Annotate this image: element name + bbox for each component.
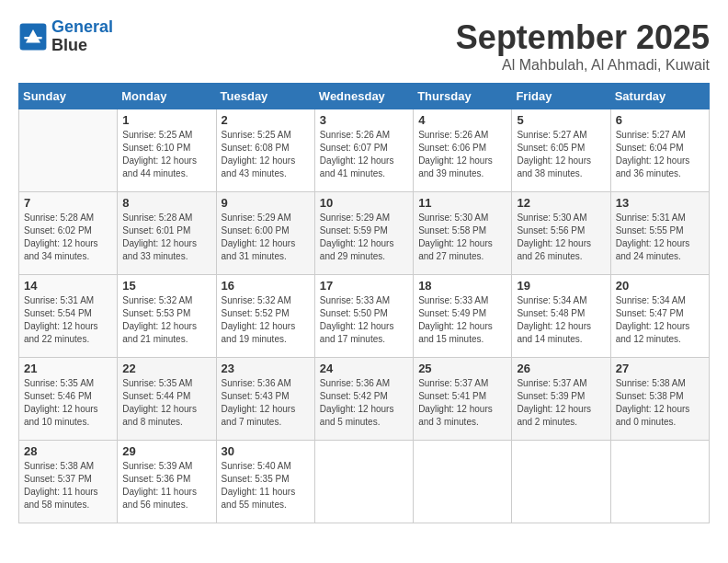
day-info: Sunrise: 5:38 AMSunset: 5:38 PMDaylight:… <box>616 377 704 429</box>
calendar-cell: 22Sunrise: 5:35 AMSunset: 5:44 PMDayligh… <box>118 358 216 441</box>
calendar-cell: 30Sunrise: 5:40 AMSunset: 5:35 PMDayligh… <box>216 441 314 523</box>
calendar-week-row: 14Sunrise: 5:31 AMSunset: 5:54 PMDayligh… <box>19 275 710 358</box>
calendar-cell: 7Sunrise: 5:28 AMSunset: 6:02 PMDaylight… <box>19 192 118 275</box>
day-info: Sunrise: 5:29 AMSunset: 5:59 PMDaylight:… <box>320 212 408 263</box>
logo-line2: Blue <box>51 37 113 55</box>
day-number: 9 <box>222 196 310 210</box>
day-info: Sunrise: 5:26 AMSunset: 6:06 PMDaylight:… <box>418 129 506 180</box>
calendar-cell: 6Sunrise: 5:27 AMSunset: 6:04 PMDaylight… <box>610 109 709 192</box>
day-number: 25 <box>418 362 506 375</box>
calendar-week-row: 21Sunrise: 5:35 AMSunset: 5:46 PMDayligh… <box>19 358 710 441</box>
day-number: 15 <box>122 279 210 293</box>
day-number: 6 <box>616 113 704 127</box>
calendar-cell: 9Sunrise: 5:29 AMSunset: 6:00 PMDaylight… <box>216 192 314 275</box>
calendar-cell: 24Sunrise: 5:36 AMSunset: 5:42 PMDayligh… <box>314 358 413 441</box>
day-info: Sunrise: 5:36 AMSunset: 5:42 PMDaylight:… <box>320 377 408 429</box>
day-number: 5 <box>517 113 605 127</box>
day-info: Sunrise: 5:29 AMSunset: 6:00 PMDaylight:… <box>222 212 310 263</box>
weekday-header: Tuesday <box>216 84 314 109</box>
day-info: Sunrise: 5:27 AMSunset: 6:05 PMDaylight:… <box>517 129 605 180</box>
page-header: General Blue September 2025 Al Mahbulah,… <box>18 18 710 74</box>
calendar-cell <box>610 441 709 523</box>
day-number: 20 <box>616 279 704 293</box>
day-info: Sunrise: 5:32 AMSunset: 5:52 PMDaylight:… <box>222 294 310 346</box>
calendar-cell: 14Sunrise: 5:31 AMSunset: 5:54 PMDayligh… <box>19 275 118 358</box>
day-number: 8 <box>122 196 210 210</box>
day-number: 13 <box>616 196 704 210</box>
calendar-cell <box>512 441 610 523</box>
calendar-table: SundayMondayTuesdayWednesdayThursdayFrid… <box>18 83 710 523</box>
day-number: 18 <box>418 279 506 293</box>
calendar-cell: 4Sunrise: 5:26 AMSunset: 6:06 PMDaylight… <box>414 109 512 192</box>
day-number: 2 <box>222 113 310 127</box>
calendar-cell: 17Sunrise: 5:33 AMSunset: 5:50 PMDayligh… <box>314 275 413 358</box>
day-number: 17 <box>320 279 408 293</box>
day-info: Sunrise: 5:26 AMSunset: 6:07 PMDaylight:… <box>320 129 408 180</box>
calendar-cell: 3Sunrise: 5:26 AMSunset: 6:07 PMDaylight… <box>314 109 413 192</box>
logo-line1: General <box>51 17 113 36</box>
calendar-cell: 27Sunrise: 5:38 AMSunset: 5:38 PMDayligh… <box>610 358 709 441</box>
day-number: 10 <box>320 196 408 210</box>
day-info: Sunrise: 5:34 AMSunset: 5:48 PMDaylight:… <box>517 294 605 346</box>
calendar-cell: 21Sunrise: 5:35 AMSunset: 5:46 PMDayligh… <box>19 358 118 441</box>
day-info: Sunrise: 5:37 AMSunset: 5:39 PMDaylight:… <box>517 377 605 429</box>
calendar-cell: 12Sunrise: 5:30 AMSunset: 5:56 PMDayligh… <box>512 192 610 275</box>
day-info: Sunrise: 5:28 AMSunset: 6:01 PMDaylight:… <box>122 212 210 263</box>
month-title: September 2025 <box>456 18 710 57</box>
day-number: 26 <box>517 362 605 375</box>
weekday-header: Thursday <box>414 84 512 109</box>
logo-text: General Blue <box>51 18 113 55</box>
day-info: Sunrise: 5:27 AMSunset: 6:04 PMDaylight:… <box>616 129 704 180</box>
day-info: Sunrise: 5:33 AMSunset: 5:49 PMDaylight:… <box>418 294 506 346</box>
weekday-header-row: SundayMondayTuesdayWednesdayThursdayFrid… <box>19 84 710 109</box>
day-number: 1 <box>122 113 210 127</box>
day-info: Sunrise: 5:33 AMSunset: 5:50 PMDaylight:… <box>320 294 408 346</box>
day-number: 14 <box>24 279 112 293</box>
day-number: 7 <box>24 196 112 210</box>
day-number: 22 <box>122 362 210 375</box>
calendar-cell: 16Sunrise: 5:32 AMSunset: 5:52 PMDayligh… <box>216 275 314 358</box>
calendar-cell: 1Sunrise: 5:25 AMSunset: 6:10 PMDaylight… <box>118 109 216 192</box>
calendar-cell: 10Sunrise: 5:29 AMSunset: 5:59 PMDayligh… <box>314 192 413 275</box>
day-number: 3 <box>320 113 408 127</box>
calendar-week-row: 7Sunrise: 5:28 AMSunset: 6:02 PMDaylight… <box>19 192 710 275</box>
day-info: Sunrise: 5:35 AMSunset: 5:46 PMDaylight:… <box>24 377 112 429</box>
day-number: 16 <box>222 279 310 293</box>
day-info: Sunrise: 5:30 AMSunset: 5:56 PMDaylight:… <box>517 212 605 263</box>
calendar-cell: 8Sunrise: 5:28 AMSunset: 6:01 PMDaylight… <box>118 192 216 275</box>
day-number: 30 <box>222 444 310 458</box>
day-info: Sunrise: 5:28 AMSunset: 6:02 PMDaylight:… <box>24 212 112 263</box>
calendar-cell <box>19 109 118 192</box>
calendar-cell: 18Sunrise: 5:33 AMSunset: 5:49 PMDayligh… <box>414 275 512 358</box>
day-number: 24 <box>320 362 408 375</box>
day-info: Sunrise: 5:37 AMSunset: 5:41 PMDaylight:… <box>418 377 506 429</box>
weekday-header: Sunday <box>19 84 118 109</box>
svg-rect-2 <box>24 37 41 39</box>
day-info: Sunrise: 5:40 AMSunset: 5:35 PMDaylight:… <box>222 460 310 511</box>
day-number: 12 <box>517 196 605 210</box>
calendar-cell: 5Sunrise: 5:27 AMSunset: 6:05 PMDaylight… <box>512 109 610 192</box>
day-number: 21 <box>24 362 112 375</box>
calendar-cell: 29Sunrise: 5:39 AMSunset: 5:36 PMDayligh… <box>118 441 216 523</box>
day-info: Sunrise: 5:32 AMSunset: 5:53 PMDaylight:… <box>122 294 210 346</box>
logo-icon <box>18 22 48 52</box>
day-info: Sunrise: 5:39 AMSunset: 5:36 PMDaylight:… <box>122 460 210 511</box>
calendar-cell: 23Sunrise: 5:36 AMSunset: 5:43 PMDayligh… <box>216 358 314 441</box>
day-info: Sunrise: 5:25 AMSunset: 6:10 PMDaylight:… <box>122 129 210 180</box>
calendar-cell: 15Sunrise: 5:32 AMSunset: 5:53 PMDayligh… <box>118 275 216 358</box>
title-area: September 2025 Al Mahbulah, Al Ahmadi, K… <box>456 18 710 74</box>
day-info: Sunrise: 5:25 AMSunset: 6:08 PMDaylight:… <box>222 129 310 180</box>
calendar-cell: 11Sunrise: 5:30 AMSunset: 5:58 PMDayligh… <box>414 192 512 275</box>
calendar-cell: 25Sunrise: 5:37 AMSunset: 5:41 PMDayligh… <box>414 358 512 441</box>
calendar-week-row: 1Sunrise: 5:25 AMSunset: 6:10 PMDaylight… <box>19 109 710 192</box>
calendar-cell <box>414 441 512 523</box>
weekday-header: Wednesday <box>314 84 413 109</box>
calendar-cell: 20Sunrise: 5:34 AMSunset: 5:47 PMDayligh… <box>610 275 709 358</box>
day-info: Sunrise: 5:38 AMSunset: 5:37 PMDaylight:… <box>24 460 112 511</box>
day-number: 4 <box>418 113 506 127</box>
day-info: Sunrise: 5:31 AMSunset: 5:54 PMDaylight:… <box>24 294 112 346</box>
day-info: Sunrise: 5:30 AMSunset: 5:58 PMDaylight:… <box>418 212 506 263</box>
day-number: 23 <box>222 362 310 375</box>
weekday-header: Friday <box>512 84 610 109</box>
day-info: Sunrise: 5:36 AMSunset: 5:43 PMDaylight:… <box>222 377 310 429</box>
